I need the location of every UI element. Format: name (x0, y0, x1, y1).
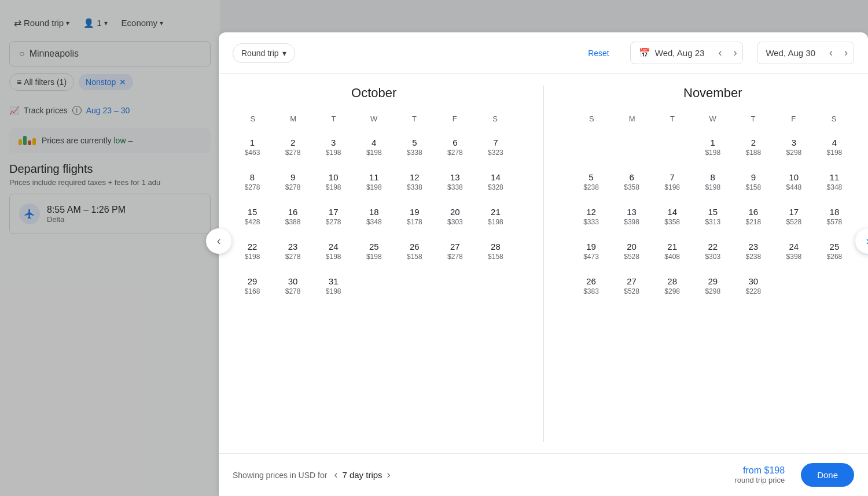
cal-cell[interactable]: 3$198 (314, 130, 353, 164)
cal-day-number: 17 (789, 206, 799, 218)
cal-cell[interactable]: 25$268 (815, 234, 854, 268)
cal-day-price: $528 (624, 253, 639, 262)
cal-cell[interactable]: 16$218 (734, 199, 773, 233)
cal-day-price: $398 (786, 253, 802, 262)
cal-cell[interactable]: 20$528 (612, 234, 652, 268)
cal-cell[interactable]: 27$278 (435, 234, 475, 268)
cal-cell[interactable]: 6$278 (435, 130, 475, 164)
cal-cell[interactable]: 29$168 (233, 269, 272, 302)
cal-cell[interactable]: 30$228 (734, 269, 773, 302)
cal-cell[interactable]: 13$398 (612, 199, 652, 233)
cal-cell[interactable]: 31$198 (314, 269, 353, 302)
cal-cell[interactable]: 9$158 (734, 165, 773, 198)
cal-day-price: $528 (624, 287, 639, 297)
cal-cell[interactable]: 10$448 (774, 165, 814, 198)
date2-next-button[interactable]: › (838, 42, 854, 64)
cal-day-price: $383 (583, 287, 599, 297)
cal-cell[interactable]: 23$238 (734, 234, 773, 268)
cal-cell[interactable]: 11$198 (354, 165, 393, 198)
cal-cell[interactable]: 4$198 (815, 130, 854, 164)
date1-prev-button[interactable]: ‹ (712, 42, 727, 64)
cal-cell[interactable]: 4$198 (354, 130, 393, 164)
date1-nav-group: 📅 Wed, Aug 23 ‹ › (630, 42, 744, 64)
cal-cell[interactable]: 15$313 (693, 199, 733, 233)
modal-trip-type-label: Round trip (241, 49, 279, 58)
cal-cell[interactable]: 23$278 (273, 234, 312, 268)
cal-cell[interactable]: 13$338 (435, 165, 475, 198)
cal-cell[interactable]: 30$278 (273, 269, 312, 302)
cal-cell[interactable]: 24$398 (774, 234, 814, 268)
cal-day-price: $198 (705, 183, 720, 193)
cal-cell[interactable]: 8$278 (233, 165, 272, 198)
cal-day-price: $198 (488, 218, 503, 227)
cal-cell[interactable]: 14$358 (653, 199, 692, 233)
cal-cell[interactable]: 5$338 (395, 130, 434, 164)
trip-duration-next[interactable]: › (387, 469, 391, 481)
cal-cell[interactable]: 6$358 (612, 165, 652, 198)
cal-cell[interactable]: 16$388 (273, 199, 312, 233)
date2-prev-button[interactable]: ‹ (823, 42, 838, 64)
cal-cell[interactable]: 24$198 (314, 234, 353, 268)
cal-cell[interactable]: 20$303 (435, 199, 475, 233)
cal-cell[interactable]: 19$473 (572, 234, 611, 268)
cal-day-price: $198 (326, 183, 341, 193)
cal-cell[interactable]: 12$333 (572, 199, 611, 233)
cal-cell[interactable]: 7$323 (476, 130, 515, 164)
cal-cell[interactable]: 17$278 (314, 199, 353, 233)
cal-cell[interactable]: 21$198 (476, 199, 515, 233)
nov-day-header-w1: W (693, 112, 733, 125)
cal-cell[interactable]: 9$278 (273, 165, 312, 198)
cal-cell[interactable]: 1$463 (233, 130, 272, 164)
cal-day-number: 21 (667, 240, 677, 253)
cal-cell[interactable]: 2$278 (273, 130, 312, 164)
cal-cell[interactable]: 12$338 (395, 165, 434, 198)
cal-cell[interactable]: 11$348 (815, 165, 854, 198)
cal-day-price: $278 (285, 287, 301, 297)
cal-day-price: $313 (705, 218, 720, 227)
cal-cell[interactable]: 26$158 (395, 234, 434, 268)
cal-day-price: $198 (366, 183, 382, 193)
cal-day-number: 29 (708, 275, 718, 287)
cal-day-number: 31 (329, 275, 339, 287)
cal-cell[interactable]: 2$188 (734, 130, 773, 164)
cal-cell[interactable]: 3$298 (774, 130, 814, 164)
cal-cell[interactable]: 29$298 (693, 269, 733, 302)
cal-day-number: 27 (450, 240, 460, 253)
cal-cell[interactable]: 5$238 (572, 165, 611, 198)
cal-cell[interactable]: 21$408 (653, 234, 692, 268)
cal-day-number: 3 (331, 136, 336, 149)
cal-cell[interactable]: 17$528 (774, 199, 814, 233)
cal-day-number: 7 (670, 171, 675, 183)
cal-cell[interactable]: 15$428 (233, 199, 272, 233)
calendar-icon: 📅 (639, 47, 650, 58)
reset-button[interactable]: Reset (581, 44, 616, 62)
cal-cell[interactable]: 8$198 (693, 165, 733, 198)
cal-cell[interactable]: 19$178 (395, 199, 434, 233)
cal-cell[interactable]: 28$298 (653, 269, 692, 302)
cal-cell[interactable]: 18$348 (354, 199, 393, 233)
cal-cell[interactable]: 7$198 (653, 165, 692, 198)
cal-cell[interactable]: 28$158 (476, 234, 515, 268)
october-day-headers: S M T W T F S (233, 112, 516, 125)
cal-cell[interactable]: 27$528 (612, 269, 652, 302)
cal-cell[interactable]: 10$198 (314, 165, 353, 198)
cal-day-price: $278 (447, 149, 463, 158)
trip-duration-prev[interactable]: ‹ (334, 469, 337, 481)
date1-next-button[interactable]: › (727, 42, 742, 64)
cal-cell[interactable]: 18$578 (815, 199, 854, 233)
cal-day-price: $348 (827, 183, 843, 193)
cal-day-price: $323 (488, 149, 503, 158)
cal-cell[interactable]: 1$198 (693, 130, 733, 164)
cal-day-price: $348 (366, 218, 382, 227)
cal-cell[interactable]: 14$328 (476, 165, 515, 198)
modal-trip-type-selector[interactable]: Round trip ▾ (233, 43, 295, 63)
done-button[interactable]: Done (801, 463, 854, 487)
cal-cell[interactable]: 22$198 (233, 234, 272, 268)
cal-day-price: $228 (745, 287, 761, 297)
cal-cell[interactable]: 26$383 (572, 269, 611, 302)
trip-duration-selector: ‹ 7 day trips › (334, 469, 390, 481)
cal-cell[interactable]: 22$303 (693, 234, 733, 268)
cal-cell[interactable]: 25$198 (354, 234, 393, 268)
cal-day-price: $198 (326, 253, 341, 262)
calendar-prev-arrow[interactable]: ‹ (206, 228, 231, 254)
